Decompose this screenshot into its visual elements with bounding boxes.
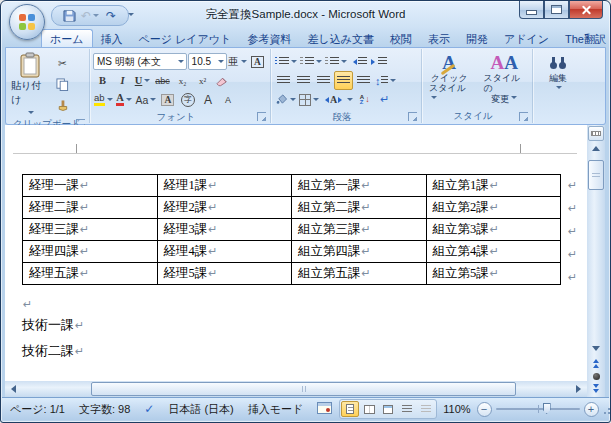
copy-button[interactable] — [53, 75, 72, 94]
zoom-in-button[interactable]: + — [584, 402, 599, 417]
font-size-combo[interactable]: 10.5 — [188, 53, 227, 70]
tab-home[interactable]: ホーム — [41, 29, 93, 47]
scroll-up-button[interactable] — [588, 141, 604, 154]
zoom-out-button[interactable]: − — [477, 402, 492, 417]
horizontal-scroll-thumb[interactable] — [91, 382, 516, 396]
table-cell[interactable]: 組立第四課↵ — [292, 241, 427, 263]
table-cell[interactable]: 経理3課↵ — [157, 219, 292, 241]
paste-button[interactable]: 貼り付け — [10, 51, 50, 118]
zoom-slider[interactable] — [496, 408, 580, 410]
tab-addins[interactable]: アドイン — [496, 30, 557, 47]
table-cell[interactable]: 経理2課↵ — [157, 197, 292, 219]
vertical-scroll-track[interactable] — [588, 154, 604, 342]
multilevel-list-button[interactable] — [324, 52, 348, 71]
table-cell[interactable]: 組立第1課↵ — [426, 175, 561, 197]
insert-mode-indicator[interactable]: 挿入モード — [246, 402, 306, 417]
language-indicator[interactable]: 日本語 (日本) — [166, 402, 235, 417]
draft-view-button[interactable] — [417, 401, 435, 417]
word-count[interactable]: 文字数: 98 — [77, 402, 132, 417]
table-cell[interactable]: 経理一課↵ — [23, 175, 158, 197]
next-page-button[interactable] — [588, 383, 604, 397]
table-cell[interactable]: 経理五課↵ — [23, 263, 158, 285]
borders-button[interactable] — [298, 90, 320, 109]
character-shading-button[interactable]: A — [158, 90, 177, 109]
zoom-slider-handle[interactable] — [543, 403, 551, 414]
outline-view-button[interactable] — [398, 401, 416, 417]
quick-styles-button[interactable]: A クイック スタイル — [425, 51, 473, 110]
tab-references[interactable]: 参考資料 — [239, 30, 299, 47]
font-dialog-launcher[interactable] — [257, 112, 266, 121]
table-cell[interactable]: 組立第4課↵ — [426, 241, 561, 263]
table-cell[interactable]: 組立第2課↵ — [426, 197, 561, 219]
zoom-level[interactable]: 110% — [441, 403, 472, 415]
grow-font-button[interactable]: A — [198, 90, 217, 109]
highlight-color-button[interactable]: ab — [93, 90, 114, 109]
align-left-button[interactable] — [274, 71, 293, 90]
table-cell[interactable]: 組立第3課↵ — [426, 219, 561, 241]
editing-menu-button[interactable]: 編集 — [545, 55, 571, 110]
line-spacing-button[interactable]: ↕ — [374, 71, 397, 90]
table-cell[interactable]: 経理5課↵ — [157, 263, 292, 285]
table-cell[interactable]: 経理1課↵ — [157, 175, 292, 197]
table-cell[interactable]: 経理二課↵ — [23, 197, 158, 219]
table-cell[interactable]: 組立第一課↵ — [292, 175, 427, 197]
spellcheck-status[interactable]: ✓ — [142, 402, 156, 416]
decrease-indent-button[interactable] — [349, 52, 368, 71]
change-styles-button[interactable]: AA スタイルの 変更 — [479, 51, 529, 110]
previous-page-button[interactable] — [588, 355, 604, 369]
qat-customize-button[interactable] — [123, 8, 137, 21]
format-painter-button[interactable] — [53, 97, 72, 116]
show-formatting-marks-button[interactable]: ↵ — [375, 90, 394, 109]
font-color-button[interactable]: A — [115, 90, 134, 109]
paragraph-line[interactable]: 技術二課↵ — [22, 342, 84, 360]
tab-insert[interactable]: 挿入 — [93, 30, 131, 47]
minimize-button[interactable] — [519, 1, 544, 19]
shading-button[interactable] — [274, 90, 297, 109]
table-cell[interactable]: 組立第5課↵ — [426, 263, 561, 285]
tab-the-honyaku[interactable]: The翻訳 — [557, 30, 611, 47]
redo-button[interactable]: ↷ — [102, 8, 120, 24]
tab-page-layout[interactable]: ページ レイアウト — [131, 30, 240, 47]
superscript-button[interactable]: x² — [193, 71, 212, 90]
styles-dialog-launcher[interactable] — [519, 112, 528, 121]
office-button[interactable] — [9, 4, 45, 40]
close-button[interactable] — [569, 1, 603, 19]
web-layout-view-button[interactable] — [379, 401, 397, 417]
paragraph-dialog-launcher[interactable] — [408, 112, 417, 121]
tab-developer[interactable]: 開発 — [458, 30, 496, 47]
scroll-left-button[interactable] — [5, 382, 21, 396]
paragraph-line[interactable]: 技術一課↵ — [22, 316, 84, 334]
vertical-scroll-thumb[interactable] — [588, 160, 604, 190]
document-area[interactable]: 経理一課↵経理1課↵組立第一課↵組立第1課↵経理二課↵経理2課↵組立第二課↵組立… — [5, 125, 587, 381]
italic-button[interactable]: I — [113, 71, 132, 90]
page-indicator[interactable]: ページ: 1/1 — [8, 402, 67, 417]
table-cell[interactable]: 組立第二課↵ — [292, 197, 427, 219]
table-cell[interactable]: 組立第五課↵ — [292, 263, 427, 285]
vertical-scrollbar[interactable] — [587, 125, 605, 397]
clear-formatting-button[interactable] — [213, 71, 232, 90]
increase-indent-button[interactable] — [369, 52, 388, 71]
align-center-button[interactable] — [294, 71, 313, 90]
tab-review[interactable]: 校閲 — [382, 30, 420, 47]
table-cell[interactable]: 経理三課↵ — [23, 219, 158, 241]
fullscreen-reading-view-button[interactable] — [360, 401, 378, 417]
ruby-button[interactable]: 亜 — [228, 52, 247, 71]
table-cell[interactable]: 経理四課↵ — [23, 241, 158, 263]
save-button[interactable] — [60, 8, 78, 24]
justify-button[interactable] — [334, 71, 353, 90]
change-case-button[interactable]: Aa — [135, 90, 158, 109]
sort-button[interactable]: AZ↓ — [355, 90, 374, 109]
character-border-button[interactable]: A — [248, 52, 267, 71]
subscript-button[interactable]: x₂ — [173, 71, 192, 90]
horizontal-scroll-track[interactable] — [21, 382, 571, 396]
bold-button[interactable]: B — [93, 71, 112, 90]
undo-button[interactable]: ↶ — [81, 8, 99, 24]
resize-grip[interactable] — [603, 403, 611, 415]
maximize-button[interactable] — [544, 1, 569, 19]
scroll-right-button[interactable] — [571, 382, 587, 396]
empty-paragraph[interactable]: ↵ — [22, 296, 32, 312]
ruler-toggle-button[interactable] — [588, 126, 604, 141]
cut-button[interactable]: ✂ — [53, 53, 72, 72]
horizontal-scrollbar[interactable] — [5, 381, 587, 397]
numbering-button[interactable] — [299, 52, 323, 71]
